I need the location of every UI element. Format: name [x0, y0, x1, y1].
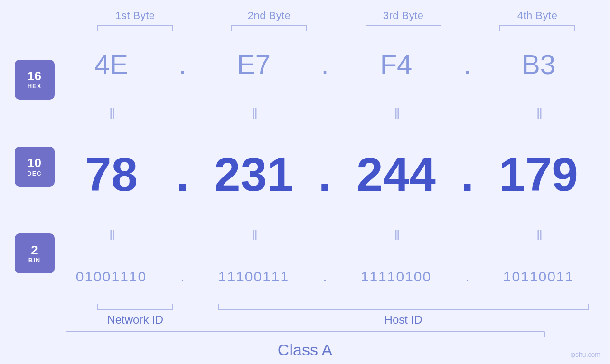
host-bracket-bottom [218, 304, 589, 310]
hex-badge-label: HEX [28, 83, 42, 90]
bottom-section: Network ID Host ID Class A [19, 302, 591, 359]
eq-8: II [536, 226, 541, 244]
equals-row-1: II II II II [55, 105, 596, 122]
hex-byte-2: E7 [237, 48, 271, 80]
network-id-label: Network ID [107, 313, 163, 327]
hex-badge-num: 16 [28, 69, 41, 83]
byte-label-3: 3rd Byte [383, 9, 424, 22]
eq-4: II [536, 105, 541, 122]
hex-badge: 16 HEX [15, 60, 55, 100]
hex-byte-3: F4 [380, 48, 413, 80]
byte-col-2: 2nd Byte [216, 9, 323, 31]
bin-row: 01001110 . 11100111 . 11110100 . 1011001… [55, 269, 596, 285]
class-label: Class A [278, 341, 332, 359]
dec-row: 78 . 231 . 244 . 179 [55, 147, 596, 202]
bin-byte-3: 11110100 [361, 269, 432, 285]
bracket-bottom-row: Network ID Host ID [19, 304, 591, 327]
hex-row: 4E . E7 . F4 . B3 [55, 48, 596, 80]
eq-1: II [109, 105, 114, 122]
byte-label-2: 2nd Byte [248, 9, 291, 22]
bin-byte-2: 11100111 [218, 269, 289, 285]
main-container: 1st Byte 2nd Byte 3rd Byte 4th Byte 16 H… [0, 0, 610, 364]
dec-badge: 10 DEC [15, 147, 55, 187]
bracket-top-2 [231, 25, 307, 31]
byte-label-4: 4th Byte [517, 9, 558, 22]
eq-3: II [394, 105, 399, 122]
watermark: ipshu.com [570, 351, 601, 358]
ip-values-grid: 4E . E7 . F4 . B3 II II II II 78 [55, 31, 596, 302]
byte-label-1: 1st Byte [115, 9, 155, 22]
host-id-label: Host ID [385, 313, 422, 327]
host-id-bracket-container: Host ID [216, 304, 591, 327]
bracket-top-3 [366, 25, 441, 31]
network-id-bracket-container: Network ID [82, 304, 189, 327]
byte-labels-row: 1st Byte 2nd Byte 3rd Byte 4th Byte [19, 9, 591, 31]
hex-dot-1: . [178, 48, 186, 80]
bin-byte-1: 01001110 [76, 269, 147, 285]
hex-dot-2: . [321, 48, 328, 80]
bin-dot-3: . [465, 269, 469, 285]
bin-byte-4: 10110011 [503, 269, 574, 285]
dec-byte-3: 244 [357, 147, 436, 202]
class-section: Class A [19, 331, 591, 359]
byte-col-1: 1st Byte [82, 9, 189, 31]
dec-badge-num: 10 [28, 156, 41, 170]
bin-badge: 2 BIN [15, 233, 55, 273]
eq-2: II [252, 105, 256, 122]
dec-badge-label: DEC [27, 170, 41, 177]
dec-byte-4: 179 [499, 147, 578, 202]
byte-col-3: 3rd Byte [350, 9, 457, 31]
bin-badge-label: BIN [28, 257, 40, 264]
byte-col-4: 4th Byte [484, 9, 591, 31]
network-bracket-bottom [97, 304, 173, 310]
eq-6: II [252, 226, 256, 244]
dec-dot-1: . [176, 147, 189, 202]
hex-dot-3: . [463, 48, 471, 80]
bin-dot-1: . [180, 269, 184, 285]
dec-dot-2: . [319, 147, 332, 202]
bracket-top-4 [499, 25, 575, 31]
hex-byte-1: 4E [94, 48, 128, 80]
equals-row-2: II II II II [55, 226, 596, 244]
eq-5: II [109, 226, 114, 244]
dec-byte-1: 78 [85, 147, 138, 202]
dec-byte-2: 231 [214, 147, 293, 202]
ip-display-area: 16 HEX 10 DEC 2 BIN 4E . E7 . F4 . B3 [19, 31, 591, 302]
bin-badge-num: 2 [31, 243, 38, 257]
bracket-top-1 [97, 25, 173, 31]
dec-dot-3: . [461, 147, 474, 202]
eq-7: II [394, 226, 399, 244]
badges-column: 16 HEX 10 DEC 2 BIN [15, 31, 55, 302]
class-bracket [66, 331, 545, 337]
hex-byte-4: B3 [522, 48, 555, 80]
bin-dot-2: . [323, 269, 327, 285]
